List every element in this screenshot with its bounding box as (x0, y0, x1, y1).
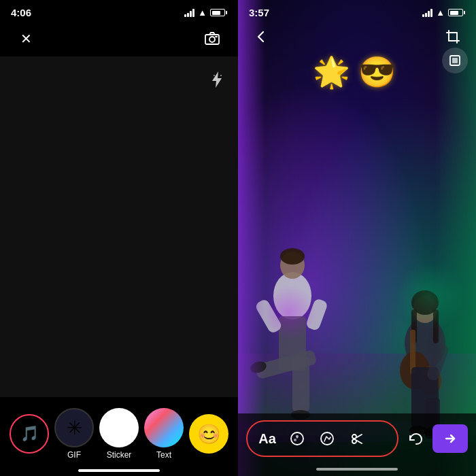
right-status-icons: ▲ (422, 7, 465, 18)
story-item-smiley[interactable]: 😊 (189, 414, 228, 454)
smiley-circle: 😊 (189, 414, 228, 454)
left-time: 4:06 (11, 7, 31, 18)
back-button[interactable] (249, 24, 273, 49)
next-button[interactable] (432, 424, 468, 453)
right-top-icons (238, 24, 476, 49)
right-battery-icon (448, 9, 465, 16)
svg-point-33 (352, 439, 356, 443)
sparkle-icon: ✳ (67, 417, 82, 439)
left-status-bar: 4:06 ▲ (0, 0, 238, 21)
undo-button[interactable] (403, 426, 428, 452)
svg-point-32 (352, 435, 356, 439)
story-tools-bar: 🎵 ✳ GIF Sticker Text (0, 397, 238, 476)
camera-viewfinder[interactable] (0, 56, 238, 397)
camera-flip-icon (204, 31, 220, 47)
crop-icon (445, 29, 460, 44)
layers-button[interactable] (442, 48, 468, 73)
right-panel: 🌟 😎 3:57 ▲ (238, 0, 476, 476)
right-bottom-bar: Aa (238, 413, 476, 476)
camera-flip-button[interactable] (200, 27, 224, 51)
close-button[interactable]: ✕ (14, 27, 38, 51)
left-panel: 4:06 ▲ ✕ (0, 0, 238, 476)
close-icon: ✕ (20, 31, 32, 47)
flash-button[interactable] (209, 70, 224, 93)
right-wifi-icon: ▲ (436, 7, 445, 18)
flash-icon (209, 70, 224, 89)
story-items-row: 🎵 ✳ GIF Sticker Text (0, 404, 238, 464)
text-tool-button[interactable]: Aa (254, 426, 280, 452)
wifi-icon: ▲ (198, 7, 207, 18)
scissors-tool-icon (350, 431, 364, 446)
story-item-text[interactable]: Text (144, 408, 184, 460)
text-tool-label: Aa (258, 431, 276, 447)
left-home-indicator (78, 469, 160, 472)
smiley-emoji: 😊 (197, 423, 221, 445)
svg-rect-28 (452, 58, 458, 63)
svg-point-30 (294, 439, 296, 441)
active-icon-circle: 🎵 (10, 414, 49, 454)
tool-group: Aa (246, 420, 398, 457)
story-item-gif[interactable]: ✳ GIF (54, 408, 94, 460)
story-item-icon[interactable]: 🎵 (10, 414, 49, 454)
right-time: 3:57 (249, 7, 269, 18)
svg-point-31 (321, 432, 333, 445)
right-side-icons (442, 48, 468, 73)
svg-point-1 (209, 37, 215, 42)
left-top-bar: ✕ (0, 21, 238, 56)
right-status-bar: 3:57 ▲ (238, 0, 476, 21)
scissors-tool-button[interactable] (344, 426, 370, 452)
undo-icon (407, 430, 424, 447)
story-item-sticker[interactable]: Sticker (99, 408, 139, 460)
right-home-indicator (316, 468, 398, 471)
photo-background: 🌟 😎 (238, 0, 476, 476)
sticker-tool-icon (290, 431, 305, 446)
purple-light-overlay (238, 0, 265, 476)
icon-emoji: 🎵 (20, 425, 39, 443)
right-signal-icon (422, 9, 432, 17)
signal-icon (184, 9, 194, 17)
ambient-light-right (396, 262, 464, 330)
ambient-light-left (262, 286, 316, 340)
text-label: Text (156, 450, 171, 460)
layers-icon (448, 54, 462, 67)
battery-icon (210, 9, 227, 16)
sticker-tool-button[interactable] (284, 426, 310, 452)
sticker-circle (99, 408, 139, 447)
left-status-icons: ▲ (184, 7, 227, 18)
gif-label: GIF (67, 450, 81, 460)
crop-button[interactable] (441, 24, 465, 49)
sun-sticker[interactable]: 🌟 😎 (313, 54, 396, 90)
svg-rect-10 (292, 357, 309, 411)
draw-tool-icon (320, 431, 335, 446)
right-tools-row: Aa (238, 413, 476, 464)
text-circle (144, 408, 184, 447)
gif-circle: ✳ (54, 408, 94, 447)
sun-emoji: 🌟 (313, 55, 350, 88)
sticker-label: Sticker (107, 450, 132, 460)
back-icon (254, 30, 268, 44)
draw-tool-button[interactable] (314, 426, 340, 452)
next-icon (443, 431, 458, 446)
sun-face-emoji: 😎 (358, 55, 396, 88)
svg-point-6 (280, 248, 305, 265)
